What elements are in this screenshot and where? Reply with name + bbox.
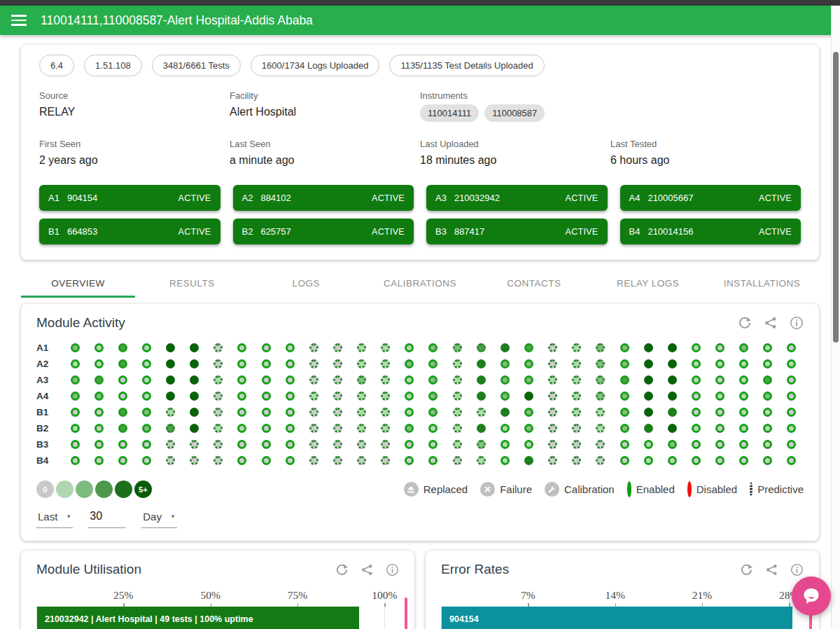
share-icon[interactable] [765, 563, 778, 576]
activity-dot [381, 375, 390, 385]
axis-tick-label: 25% [113, 589, 133, 602]
activity-dot [787, 440, 796, 449]
activity-dot [477, 424, 486, 433]
info-icon[interactable] [790, 563, 804, 576]
summary-chips: 6.41.51.1083481/6661 Tests1600/1734 Logs… [39, 55, 801, 76]
share-icon[interactable] [764, 316, 778, 330]
activity-dot [453, 375, 462, 385]
activity-dot [572, 343, 581, 352]
activity-dot [381, 424, 390, 433]
module-utilisation-title: Module Utilisation [36, 562, 141, 577]
axis-tick-label: 21% [692, 589, 712, 602]
activity-dot [572, 456, 581, 465]
module-status-grid: A1904154ACTIVEA2884102ACTIVEA3210032942A… [39, 185, 801, 244]
refresh-icon[interactable] [740, 563, 753, 576]
activity-dot [190, 343, 199, 352]
activity-dot [548, 359, 557, 368]
activity-dot [237, 359, 246, 368]
activity-dot [309, 392, 318, 401]
activity-dot [477, 375, 486, 385]
activity-dot [763, 424, 772, 433]
module-serial: 210005667 [648, 193, 693, 203]
activity-dot [71, 392, 80, 401]
activity-dot [524, 424, 533, 433]
activity-row-label: A3 [36, 375, 63, 385]
activity-dot [477, 392, 486, 401]
tab-results[interactable]: RESULTS [135, 267, 249, 298]
activity-dot [262, 408, 271, 417]
chevron-down-icon: ▼ [66, 513, 71, 520]
period-prefix-select[interactable]: Last ▼ [36, 509, 73, 528]
scale-dot [95, 481, 113, 498]
activity-dot [453, 359, 462, 368]
chart-axis: 25%50%75%100% [36, 589, 399, 607]
activity-dot [739, 343, 748, 352]
page-body: 6.41.51.1083481/6661 Tests1600/1734 Logs… [0, 45, 840, 629]
scale-dot [76, 481, 93, 498]
module-status-label: ACTIVE [759, 193, 792, 203]
activity-dot [572, 424, 581, 433]
legend-item-calibration: Calibration [545, 482, 615, 497]
tab-contacts[interactable]: CONTACTS [477, 267, 591, 298]
legend-label: Replaced [424, 483, 468, 495]
activity-dot [644, 424, 653, 433]
module-status-badge: B4210014156ACTIVE [620, 219, 802, 244]
activity-dot [739, 392, 748, 401]
tab-relay-logs[interactable]: RELAY LOGS [591, 267, 705, 298]
refresh-icon[interactable] [335, 563, 349, 576]
module-status-label: ACTIVE [178, 193, 211, 203]
activity-dot [453, 440, 462, 449]
activity-dot [620, 408, 629, 417]
info-icon[interactable] [386, 563, 399, 576]
tab-logs[interactable]: LOGS [249, 267, 363, 298]
activity-dot [453, 343, 462, 352]
activity-dot [381, 343, 390, 352]
app-bar: 110014111,110008587-Alert Hospital-Addis… [0, 6, 840, 35]
activity-dot [715, 375, 724, 385]
activity-dot [715, 456, 724, 465]
refresh-icon[interactable] [738, 316, 752, 330]
activity-dot [692, 343, 701, 352]
tab-calibrations[interactable]: CALIBRATIONS [363, 267, 477, 298]
activity-dot [190, 408, 199, 417]
summary-chip: 1135/1135 Test Details Uploaded [389, 55, 544, 76]
scrollbar-thumb[interactable] [833, 52, 839, 343]
vertical-scrollbar[interactable] [831, 6, 840, 629]
period-unit-select[interactable]: Day ▼ [141, 509, 177, 528]
activity-dot [237, 456, 246, 465]
activity-dot [500, 343, 510, 352]
module-activity-title: Module Activity [36, 315, 125, 331]
scale-dot [56, 481, 74, 498]
instrument-chip: 110008587 [484, 104, 545, 122]
activity-dot [620, 392, 629, 401]
activity-dot [94, 456, 104, 465]
activity-dot [596, 456, 605, 465]
share-icon[interactable] [360, 563, 374, 576]
activity-dot [118, 359, 127, 368]
activity-dot [620, 343, 629, 352]
period-value-input[interactable] [88, 510, 126, 528]
module-slot: A2 [242, 193, 253, 203]
activity-dot [428, 359, 438, 368]
activity-dot [548, 408, 557, 417]
activity-dot [118, 456, 127, 465]
activity-dot [71, 343, 80, 352]
activity-dot [286, 359, 295, 368]
info-icon[interactable] [790, 316, 804, 330]
activity-dot [118, 375, 127, 385]
tab-overview[interactable]: OVERVIEW [21, 267, 135, 298]
activity-dot [262, 456, 271, 465]
chat-launcher-button[interactable] [792, 576, 831, 616]
activity-legend: 05+ ReplacedFailureCalibrationEnabledDis… [36, 481, 804, 498]
module-id: A4210005667 [629, 193, 694, 203]
activity-dot [381, 408, 390, 417]
activity-dot [94, 343, 104, 352]
activity-dot [381, 456, 390, 465]
module-slot: A4 [629, 193, 640, 203]
activity-row: A3 [36, 372, 804, 388]
card-actions [738, 316, 804, 330]
tab-installations[interactable]: INSTALLATIONS [705, 267, 819, 298]
activity-dot [286, 392, 295, 401]
error-rates-card: Error Rates 7%14%21%28%904154 [426, 551, 819, 629]
hamburger-menu-icon[interactable] [11, 15, 27, 26]
